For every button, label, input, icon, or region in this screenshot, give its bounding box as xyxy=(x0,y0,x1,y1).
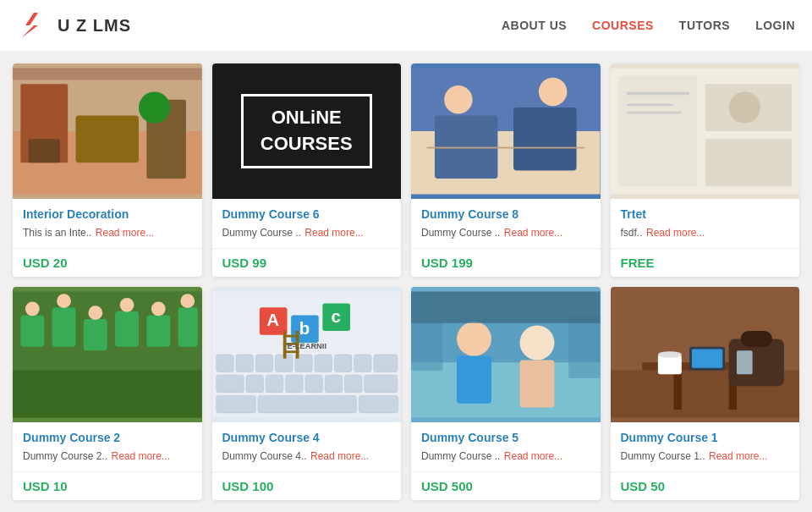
card-body-dummy-6: Dummy Course 6 Dummy Course .. Read more… xyxy=(212,199,402,248)
card-title-dummy-4[interactable]: Dummy Course 4 xyxy=(222,431,392,444)
svg-marker-0 xyxy=(21,13,38,38)
read-more-dummy-1[interactable]: Read more... xyxy=(709,450,767,462)
card-price-dummy-2: USD 10 xyxy=(13,471,202,500)
svg-point-37 xyxy=(180,294,195,308)
online-courses-text: ONLiNECOURSES xyxy=(241,94,372,168)
online-courses-box: ONLiNECOURSES xyxy=(212,63,402,199)
svg-point-36 xyxy=(151,302,166,317)
abc-illustration: A b c E-LEARNII xyxy=(212,287,402,422)
card-price-trtet: FREE xyxy=(611,248,800,277)
svg-rect-57 xyxy=(258,395,356,412)
card-title-dummy-5[interactable]: Dummy Course 5 xyxy=(421,431,590,444)
read-more-dummy-2[interactable]: Read more... xyxy=(111,450,169,462)
course-image-dummy-1[interactable] xyxy=(611,287,800,422)
svg-rect-29 xyxy=(115,311,139,347)
svg-rect-79 xyxy=(411,292,601,323)
card-price-dummy-5: USD 500 xyxy=(411,471,601,500)
svg-point-34 xyxy=(88,306,102,320)
nav-item-about-us[interactable]: ABOUT US xyxy=(502,19,567,32)
card-desc-dummy-6: Dummy Course .. xyxy=(222,227,301,239)
card-price-dummy-8: USD 199 xyxy=(411,248,601,277)
course-image-dummy-8[interactable] xyxy=(411,63,601,199)
svg-rect-51 xyxy=(285,375,302,392)
card-title-dummy-8[interactable]: Dummy Course 8 xyxy=(421,207,590,221)
svg-rect-41 xyxy=(255,355,272,372)
svg-rect-30 xyxy=(146,315,170,346)
svg-rect-12 xyxy=(513,107,577,171)
card-desc-dummy-8: Dummy Course .. xyxy=(421,227,500,239)
logo[interactable]: U Z LMS xyxy=(17,8,131,42)
card-desc-row-dummy-4: Dummy Course 4.. Read more... xyxy=(222,448,392,463)
logo-icon xyxy=(17,8,51,42)
svg-rect-21 xyxy=(626,91,689,95)
svg-rect-52 xyxy=(304,375,321,392)
svg-rect-19 xyxy=(705,139,791,186)
svg-rect-40 xyxy=(235,355,252,372)
svg-rect-83 xyxy=(673,371,681,410)
card-title-trtet[interactable]: Trtet xyxy=(621,207,790,221)
course-card-dummy-1: Dummy Course 1 Dummy Course 1.. Read mor… xyxy=(611,287,800,500)
card-body-dummy-4: Dummy Course 4 Dummy Course 4.. Read mor… xyxy=(212,422,402,471)
interior-illustration xyxy=(13,63,202,199)
course-image-interior[interactable] xyxy=(13,63,202,199)
svg-point-75 xyxy=(520,326,555,361)
course-card-dummy-6: ONLiNECOURSES Dummy Course 6 Dummy Cours… xyxy=(212,63,402,277)
svg-rect-4 xyxy=(76,115,140,162)
card-desc-row-dummy-1: Dummy Course 1.. Read more... xyxy=(621,448,790,463)
course-image-dummy-4[interactable]: A b c E-LEARNII xyxy=(212,287,402,422)
card-body-dummy-8: Dummy Course 8 Dummy Course .. Read more… xyxy=(411,199,601,248)
read-more-dummy-6[interactable]: Read more... xyxy=(304,227,363,239)
card-desc-dummy-2: Dummy Course 2.. xyxy=(23,450,107,462)
card-title-dummy-6[interactable]: Dummy Course 6 xyxy=(222,207,392,221)
course-card-dummy-5: Dummy Course 5 Dummy Course .. Read more… xyxy=(411,287,601,500)
read-more-dummy-8[interactable]: Read more... xyxy=(504,227,562,239)
read-more-trtet[interactable]: Read more... xyxy=(646,227,705,239)
read-more-dummy-5[interactable]: Read more... xyxy=(504,450,562,462)
nav-item-login[interactable]: LOGIN xyxy=(755,19,795,32)
svg-rect-23 xyxy=(626,112,681,114)
header: U Z LMS ABOUT US COURSES TUTORS LOGIN xyxy=(0,0,812,51)
course-card-dummy-4: A b c E-LEARNII Dummy Course 4 xyxy=(212,287,402,500)
svg-point-88 xyxy=(657,351,681,357)
card-body-dummy-2: Dummy Course 2 Dummy Course 2.. Read mor… xyxy=(13,422,202,471)
svg-rect-47 xyxy=(373,355,397,372)
course-card-dummy-8: Dummy Course 8 Dummy Course .. Read more… xyxy=(411,63,601,277)
course-image-dummy-6[interactable]: ONLiNECOURSES xyxy=(212,63,402,199)
trtet-illustration xyxy=(611,63,800,199)
svg-rect-53 xyxy=(325,375,342,392)
card-body-interior: Interior Decoration This is an Inte.. Re… xyxy=(13,199,202,248)
card-title-dummy-1[interactable]: Dummy Course 1 xyxy=(621,431,790,444)
course-image-dummy-5[interactable] xyxy=(411,287,601,422)
card-desc-dummy-1: Dummy Course 1.. xyxy=(621,450,705,462)
svg-rect-90 xyxy=(691,349,721,367)
nav-item-courses[interactable]: COURSES xyxy=(592,19,654,32)
card-desc-row-dummy-6: Dummy Course .. Read more... xyxy=(222,224,392,239)
main-nav: ABOUT US COURSES TUTORS LOGIN xyxy=(502,19,795,32)
svg-rect-78 xyxy=(568,315,600,378)
svg-rect-77 xyxy=(411,323,442,371)
read-more-dummy-4[interactable]: Read more... xyxy=(310,450,369,462)
svg-rect-91 xyxy=(737,350,753,374)
students-illustration xyxy=(411,287,601,422)
card-desc-row-dummy-5: Dummy Course .. Read more... xyxy=(421,448,590,463)
cafe-illustration xyxy=(611,287,800,422)
card-desc-row-interior: This is an Inte.. Read more... xyxy=(23,224,192,239)
svg-rect-46 xyxy=(354,355,370,372)
svg-rect-6 xyxy=(29,139,60,162)
nav-item-tutors[interactable]: TUTORS xyxy=(679,19,730,32)
card-title-dummy-2[interactable]: Dummy Course 2 xyxy=(23,431,192,444)
card-body-trtet: Trtet fsdf.. Read more... xyxy=(611,199,800,248)
card-title-interior[interactable]: Interior Decoration xyxy=(23,207,192,221)
svg-point-33 xyxy=(57,294,71,308)
svg-rect-86 xyxy=(740,331,771,347)
card-price-dummy-1: USD 50 xyxy=(611,471,800,500)
svg-rect-49 xyxy=(246,375,263,392)
course-image-trtet[interactable] xyxy=(611,63,800,199)
svg-point-14 xyxy=(539,78,568,107)
svg-text:b: b xyxy=(299,318,310,338)
card-body-dummy-5: Dummy Course 5 Dummy Course .. Read more… xyxy=(411,422,601,471)
svg-point-35 xyxy=(120,298,134,312)
course-image-dummy-2[interactable] xyxy=(13,287,202,422)
read-more-interior[interactable]: Read more... xyxy=(96,227,154,239)
svg-rect-28 xyxy=(84,319,107,350)
